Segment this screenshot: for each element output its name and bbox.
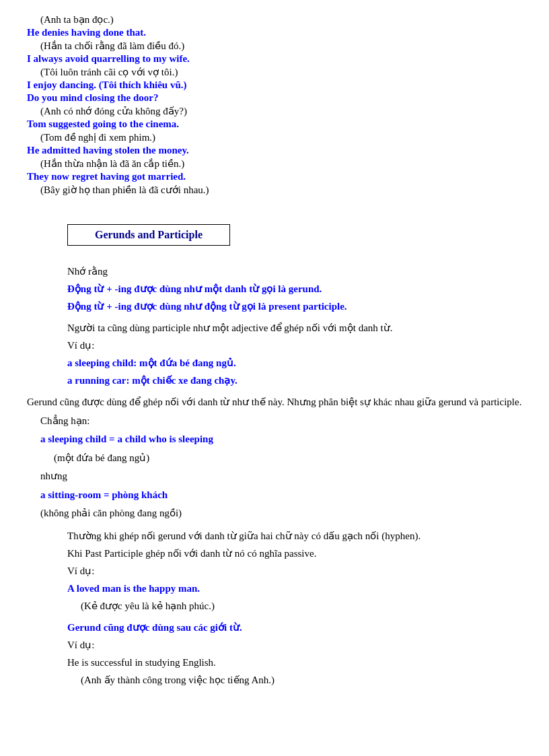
para2-ex2-text: a running car: một chiếc xe đang chạy. <box>67 375 237 386</box>
section-title-box: Gerunds and Participle <box>67 224 230 246</box>
line-13-text: They now regret having got married. <box>27 171 186 182</box>
line-5: (Tôi luôn tránh cãi cọ với vợ tôi.) <box>40 66 522 78</box>
para3-ex1-en: a sleeping child = a child who is sleepi… <box>40 431 522 448</box>
para3-ex1-en-text: a sleeping child = a child who is sleepi… <box>40 434 213 444</box>
para4-vidu: Ví dụ: <box>67 563 522 579</box>
line-6: I enjoy dancing. (Tôi thích khiêu vũ.) <box>27 79 522 91</box>
para5-title: Gerund cũng được dùng sau các giới từ. <box>67 619 522 635</box>
para2-ex2: a running car: một chiếc xe đang chạy. <box>67 372 522 388</box>
para3-ex2-vn: (không phải căn phòng đang ngồi) <box>40 505 522 522</box>
para5-vidu: Ví dụ: <box>67 637 522 653</box>
para3-text: Gerund cũng được dùng để ghép nối với da… <box>27 394 522 411</box>
line-11: He admitted having stolen the money. <box>27 145 522 156</box>
line-4-text: I always avoid quarrelling to my wife. <box>27 53 190 64</box>
para4: Thường khi ghép nối gerund với danh từ g… <box>67 528 522 614</box>
para4-ex1-en-text: A loved man is the happy man. <box>67 583 200 594</box>
line-1: (Anh ta bạn đọc.) <box>40 13 522 26</box>
section-title: Gerunds and Participle <box>95 229 203 240</box>
para3-chanhan: Chẳng hạn: <box>40 413 522 430</box>
line-7: Do you mind closing the door? <box>27 92 522 104</box>
para1-intro: Nhớ rằng <box>67 263 522 279</box>
para1-line1: Động từ + -ing được dùng như một danh từ… <box>67 281 522 297</box>
line-6-text: I enjoy dancing. (Tôi thích khiêu vũ.) <box>27 79 187 90</box>
para4-line2: Khi Past Participle ghép nối với danh từ… <box>67 545 522 561</box>
para4-line1: Thường khi ghép nối gerund với danh từ g… <box>67 528 522 544</box>
line-12: (Hắn thừa nhận là đã ăn cắp tiền.) <box>40 158 522 170</box>
para2-ex1: a sleeping child: một đứa bé đang ngủ. <box>67 355 522 371</box>
para1-line2-text: Động từ + -ing được dùng như động từ gọi… <box>67 301 347 312</box>
para3: Gerund cũng được dùng để ghép nối với da… <box>27 394 522 522</box>
para5-title-text: Gerund cũng được dùng sau các giới từ. <box>67 622 242 633</box>
para4-ex1-vn: (Kẻ được yêu là kẻ hạnh phúc.) <box>81 598 522 614</box>
para4-ex1-en: A loved man is the happy man. <box>67 580 522 596</box>
para3-ex2-en-text: a sitting-room = phòng khách <box>40 489 168 500</box>
para5-ex1-vn: (Anh ấy thành công trong việc học tiếng … <box>81 672 522 688</box>
line-10: (Tom đề nghị đi xem phim.) <box>40 131 522 143</box>
para2-ex1-text: a sleeping child: một đứa bé đang ngủ. <box>67 357 236 368</box>
para1: Nhớ rằng Động từ + -ing được dùng như mộ… <box>67 263 522 314</box>
section-body: Nhớ rằng Động từ + -ing được dùng như mộ… <box>27 263 522 688</box>
para5-ex1-en: He is successful in studying English. <box>67 654 522 671</box>
line-8: (Anh có nhớ đóng cửa không đấy?) <box>40 105 522 117</box>
line-9-text: Tom suggested going to the cinema. <box>27 118 179 129</box>
para3-ex2-en: a sitting-room = phòng khách <box>40 487 522 504</box>
para2-intro: Người ta cũng dùng participle như một ad… <box>67 320 522 336</box>
para1-line2: Động từ + -ing được dùng như động từ gọi… <box>67 298 522 314</box>
para3-ex1-vn: (một đứa bé đang ngủ) <box>54 450 522 467</box>
line-9: Tom suggested going to the cinema. <box>27 118 522 130</box>
para2-vidu: Ví dụ: <box>67 337 522 353</box>
line-11-text: He admitted having stolen the money. <box>27 145 189 156</box>
para5: Gerund cũng được dùng sau các giới từ. V… <box>67 619 522 688</box>
line-3: (Hắn ta chối rằng đã làm điều đó.) <box>40 40 522 52</box>
para2: Người ta cũng dùng participle như một ad… <box>67 320 522 388</box>
para3-nhung: nhưng <box>40 468 522 485</box>
line-4: I always avoid quarrelling to my wife. <box>27 53 522 65</box>
line-7-text: Do you mind closing the door? <box>27 92 158 103</box>
line-2: He denies having done that. <box>27 27 522 38</box>
line-14: (Bây giờ họ than phiền là đã cưới nhau.) <box>40 184 522 196</box>
line-2-text: He denies having done that. <box>27 27 146 38</box>
top-section: (Anh ta bạn đọc.) He denies having done … <box>27 13 522 196</box>
para1-line1-text: Động từ + -ing được dùng như một danh từ… <box>67 283 322 294</box>
line-13: They now regret having got married. <box>27 171 522 182</box>
